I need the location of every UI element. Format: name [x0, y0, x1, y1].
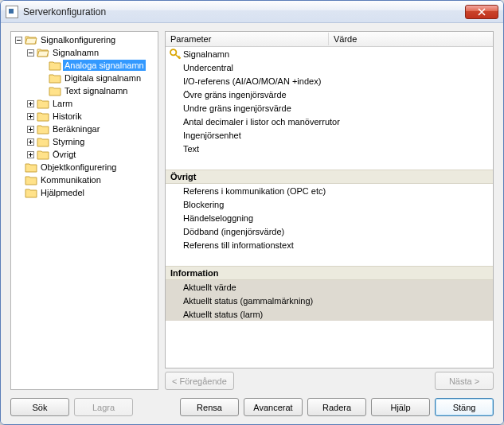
tree-node-text-signalnamn[interactable]: Text signalnamn — [37, 84, 158, 97]
param-row[interactable]: Referens i kommunikation (OPC etc) — [166, 184, 493, 197]
tree-label: Beräkningar — [51, 123, 101, 135]
param-label: Signalnamn — [182, 49, 229, 59]
param-label: Referens i kommunikation (OPC etc) — [182, 186, 326, 196]
tree-node-berakningar[interactable]: Beräkningar — [25, 123, 158, 135]
serverkonfiguration-window: Serverkonfiguration Signalkonfigurering — [0, 0, 504, 425]
folder-icon — [25, 187, 37, 198]
tree-node-signalkonfigurering[interactable]: Signalkonfigurering — [13, 33, 158, 46]
close-dialog-button[interactable]: Stäng — [435, 398, 494, 416]
tree-label: Historik — [51, 111, 84, 122]
tree-label: Övrigt — [51, 149, 77, 160]
tree-label: Objektkonfigurering — [39, 162, 118, 173]
param-label: Övre gräns ingenjörsvärde — [182, 90, 287, 99]
parameter-table[interactable]: Parameter Värde Signalnamn Undercentral … — [165, 31, 494, 368]
tree-label: Digitala signalnamn — [63, 72, 143, 84]
main-area: Signalkonfigurering Signalnamn — [10, 31, 494, 390]
param-row[interactable]: Aktuellt status (gammalmärkning) — [166, 294, 493, 307]
param-row[interactable]: Undercentral — [166, 60, 493, 74]
param-row[interactable]: Blockering — [166, 197, 493, 211]
param-label: Undercentral — [182, 63, 233, 72]
folder-icon — [25, 174, 37, 185]
tree-node-styrning[interactable]: Styrning — [25, 135, 158, 148]
previous-button[interactable]: < Föregående — [165, 372, 234, 390]
expand-icon[interactable] — [26, 99, 35, 108]
folder-icon — [25, 162, 37, 173]
param-row[interactable]: Text — [166, 142, 493, 155]
tree-panel[interactable]: Signalkonfigurering Signalnamn — [10, 31, 158, 390]
param-row[interactable]: Referens till informationstext — [166, 238, 493, 251]
folder-icon — [37, 136, 49, 147]
param-label: Aktuellt värde — [182, 283, 236, 292]
store-button[interactable]: Lagra — [74, 398, 133, 416]
param-row[interactable]: Signalnamn — [166, 47, 493, 60]
right-panel: Parameter Värde Signalnamn Undercentral … — [165, 31, 494, 390]
key-icon — [169, 49, 182, 60]
param-row[interactable]: I/O-referens (AI/AO/MO/AN +index) — [166, 74, 493, 88]
tree-node-kommunikation[interactable]: Kommunikation — [13, 174, 158, 186]
collapse-icon[interactable] — [14, 36, 23, 45]
param-label: Ingenjörsenhet — [182, 131, 241, 140]
param-row[interactable]: Aktuellt värde — [166, 280, 493, 294]
collapse-icon[interactable] — [26, 49, 35, 57]
expand-icon[interactable] — [26, 125, 35, 134]
param-label: Antal decimaler i listor och manöverruto… — [182, 117, 340, 127]
tree-node-hjalpmedel[interactable]: Hjälpmedel — [13, 186, 158, 199]
section-ovrigt: Övrigt — [166, 170, 493, 184]
app-icon — [6, 6, 18, 18]
tree-label: Styrning — [51, 136, 86, 147]
param-label: Referens till informationstext — [182, 240, 294, 250]
folder-icon — [49, 85, 61, 96]
param-label: Dödband (ingenjörsvärde) — [182, 227, 284, 236]
section-information: Information — [166, 266, 493, 280]
param-label: Händelseloggning — [182, 213, 253, 223]
tree-node-signalnamn[interactable]: Signalnamn — [25, 46, 158, 59]
button-bar: Sök Lagra Rensa Avancerat Radera Hjälp S… — [10, 390, 494, 416]
next-button[interactable]: Nästa > — [435, 372, 494, 390]
tree-label: Signalkonfigurering — [39, 34, 117, 45]
param-label: Text — [182, 144, 199, 154]
param-label: Undre gräns ingenjörsvärde — [182, 103, 291, 113]
tree-node-digitala-signalnamn[interactable]: Digitala signalnamn — [37, 72, 158, 84]
clear-button[interactable]: Rensa — [180, 398, 239, 416]
param-row[interactable]: Undre gräns ingenjörsvärde — [166, 101, 493, 115]
tree-node-larm[interactable]: Larm — [25, 97, 158, 110]
parameter-body: Signalnamn Undercentral I/O-referens (AI… — [166, 47, 493, 368]
folder-icon — [37, 111, 49, 122]
expand-icon[interactable] — [26, 112, 35, 121]
tree-node-historik[interactable]: Historik — [25, 110, 158, 123]
tree-label: Signalnamn — [51, 47, 100, 58]
advanced-button[interactable]: Avancerat — [244, 398, 303, 416]
tree-label: Text signalnamn — [63, 85, 130, 96]
param-row[interactable]: Ingenjörsenhet — [166, 128, 493, 142]
param-row[interactable]: Övre gräns ingenjörsvärde — [166, 88, 493, 101]
tree-label: Hjälpmedel — [39, 187, 86, 198]
help-button[interactable]: Hjälp — [371, 398, 430, 416]
param-row[interactable]: Aktuellt status (larm) — [166, 307, 493, 321]
parameter-header[interactable]: Parameter Värde — [166, 32, 493, 47]
expand-icon[interactable] — [26, 138, 35, 146]
tree-label: Kommunikation — [39, 174, 103, 185]
titlebar[interactable]: Serverkonfiguration — [1, 1, 503, 23]
column-header-value[interactable]: Värde — [329, 33, 493, 45]
column-header-parameter[interactable]: Parameter — [166, 33, 329, 45]
param-row[interactable]: Antal decimaler i listor och manöverruto… — [166, 115, 493, 128]
folder-icon — [49, 72, 61, 84]
param-row[interactable]: Händelseloggning — [166, 211, 493, 224]
folder-open-icon — [25, 34, 37, 45]
tree-node-objektkonfigurering[interactable]: Objektkonfigurering — [13, 161, 158, 174]
tree-label: Larm — [51, 98, 74, 109]
delete-button[interactable]: Radera — [307, 398, 366, 416]
param-label: Aktuellt status (gammalmärkning) — [182, 296, 313, 306]
folder-open-icon — [37, 47, 49, 58]
param-label: Blockering — [182, 200, 224, 209]
param-label: I/O-referens (AI/AO/MO/AN +index) — [182, 76, 321, 86]
tree-node-analoga-signalnamn[interactable]: Analoga signalnamn — [37, 59, 158, 72]
client-area: Signalkonfigurering Signalnamn — [1, 23, 503, 424]
close-button[interactable] — [465, 5, 498, 19]
param-row[interactable]: Dödband (ingenjörsvärde) — [166, 224, 493, 238]
search-button[interactable]: Sök — [10, 398, 69, 416]
param-label: Aktuellt status (larm) — [182, 310, 263, 319]
folder-icon — [37, 98, 49, 109]
expand-icon[interactable] — [26, 150, 35, 159]
tree-node-ovrigt[interactable]: Övrigt — [25, 148, 158, 161]
